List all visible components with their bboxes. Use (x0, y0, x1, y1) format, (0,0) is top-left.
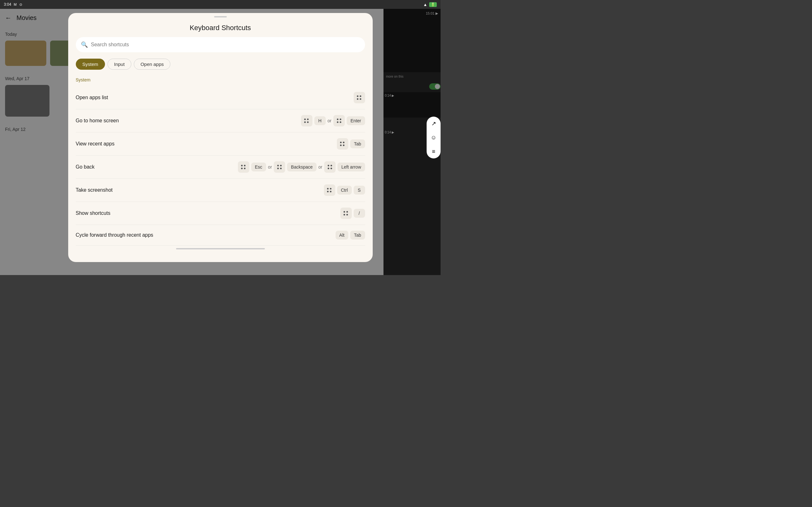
dots-key-screenshot (324, 184, 335, 196)
menu-float-btn[interactable]: ≡ (426, 145, 441, 158)
dots-grid-3 (337, 118, 342, 123)
shortcut-keys-screenshot: Ctrl S (324, 184, 365, 196)
shortcut-label-recent-apps: View recent apps (76, 141, 114, 147)
emoji-float-btn[interactable]: ☺ (426, 130, 441, 145)
dots-key-show (340, 208, 352, 219)
shortcut-label-screenshot: Take screenshot (76, 187, 113, 193)
shortcut-screenshot: Take screenshot Ctrl S (76, 179, 365, 202)
dots-grid-4 (340, 142, 345, 147)
dots-key-back-3 (324, 161, 336, 173)
shortcut-show-shortcuts: Show shortcuts / (76, 202, 365, 225)
tab-system[interactable]: System (76, 59, 105, 70)
alarm-icon: ⊙ (19, 3, 22, 7)
dots-grid-5 (241, 165, 246, 170)
dots-grid-7 (328, 165, 333, 170)
or-3: or (318, 164, 322, 170)
key-Esc: Esc (251, 163, 266, 171)
dots-key-recent (337, 138, 348, 150)
wifi-icon: ▲ (423, 2, 427, 7)
shortcut-label-cycle-apps: Cycle forward through recent apps (76, 232, 154, 238)
dots-key-home-2 (334, 115, 345, 126)
tab-input[interactable]: Input (107, 59, 131, 70)
scroll-indicator-container (76, 245, 365, 255)
shortcut-label-open-apps-list: Open apps list (76, 95, 108, 101)
key-H: H (314, 116, 326, 125)
shortcut-cycle-apps: Cycle forward through recent apps Alt Ta… (76, 225, 365, 245)
dots-key-back-2 (274, 161, 285, 173)
modal-title: Keyboard Shortcuts (68, 17, 373, 37)
tab-open-apps[interactable]: Open apps (134, 59, 170, 70)
dots-grid (357, 95, 362, 100)
shortcut-label-go-back: Go back (76, 164, 95, 170)
key-Ctrl: Ctrl (337, 186, 352, 194)
status-bar: 3:04 M ⊙ ▲ 🔋 (0, 0, 441, 9)
battery-icon: 🔋 (429, 2, 437, 7)
key-Backspace: Backspace (287, 163, 316, 171)
or-2: or (268, 164, 272, 170)
key-Enter: Enter (347, 116, 365, 125)
status-right: ▲ 🔋 (423, 2, 437, 7)
or-1: or (328, 118, 332, 123)
gmail-icon: M (14, 3, 16, 6)
search-icon: 🔍 (81, 41, 88, 48)
key-LeftArrow: Left arrow (338, 163, 365, 171)
shortcut-keys-open-apps-list (354, 92, 365, 103)
shortcut-label-show-shortcuts: Show shortcuts (76, 210, 110, 216)
modal-body: System Open apps list Go to home screen (68, 75, 373, 262)
shortcut-go-back: Go back Esc or Backspace or (76, 156, 365, 179)
shortcut-keys-show-shortcuts: / (340, 208, 365, 219)
shortcut-label-home-screen: Go to home screen (76, 118, 119, 124)
dots-grid-6 (277, 165, 282, 170)
dots-grid-2 (304, 118, 309, 123)
key-slash: / (354, 209, 365, 218)
dots-grid-8 (327, 188, 332, 193)
key-Tab-recent: Tab (350, 139, 365, 148)
scroll-indicator (176, 248, 265, 249)
key-S: S (354, 186, 365, 194)
search-area: 🔍 (76, 37, 365, 52)
shortcut-keys-cycle-apps: Alt Tab (336, 231, 365, 239)
shortcut-keys-go-back: Esc or Backspace or Left arrow (238, 161, 365, 173)
dots-grid-9 (344, 211, 348, 216)
section-header-system: System (76, 77, 365, 82)
expand-float-btn[interactable]: ↗ (426, 117, 441, 130)
dots-key-1 (354, 92, 365, 103)
shortcut-keys-home-screen: H or Enter (301, 115, 365, 126)
dots-key-home-1 (301, 115, 312, 126)
shortcut-home-screen: Go to home screen H or Enter (76, 109, 365, 132)
key-Tab-cycle: Tab (350, 231, 365, 239)
shortcut-recent-apps: View recent apps Tab (76, 132, 365, 156)
float-buttons: ↗ ☺ ≡ (426, 117, 441, 158)
status-time: 3:04 (4, 2, 11, 7)
search-input[interactable] (76, 37, 365, 52)
dots-key-back-1 (238, 161, 249, 173)
tab-bar: System Input Open apps (68, 59, 373, 75)
shortcut-keys-recent-apps: Tab (337, 138, 365, 150)
key-Alt: Alt (336, 231, 348, 239)
shortcut-open-apps-list: Open apps list (76, 86, 365, 109)
status-left: 3:04 M ⊙ (4, 2, 22, 7)
keyboard-shortcuts-modal: Keyboard Shortcuts 🔍 System Input Open a… (68, 13, 373, 262)
